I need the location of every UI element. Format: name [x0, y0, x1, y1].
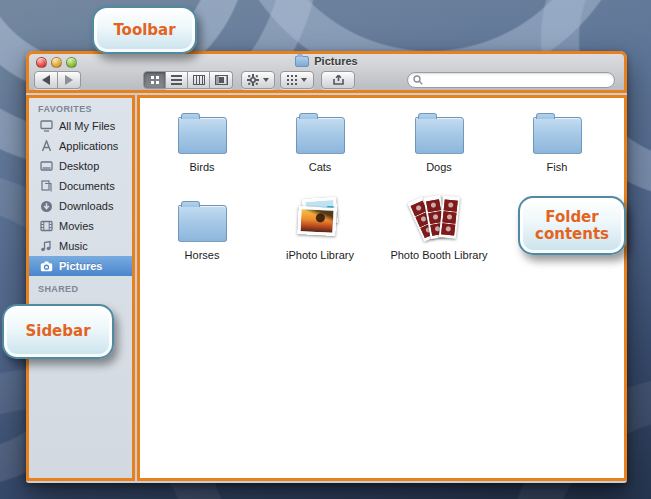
- icon-view-button[interactable]: [143, 71, 166, 89]
- sidebar-header-shared: SHARED: [29, 281, 132, 296]
- callout-toolbar-label: Toolbar: [113, 22, 175, 39]
- sidebar-item-music[interactable]: Music: [29, 236, 132, 256]
- applications-icon: [39, 140, 53, 152]
- window-title-area: Pictures: [29, 55, 624, 67]
- sidebar-header-favorites: FAVORITES: [29, 101, 132, 116]
- toolbar-region: Pictures: [26, 51, 627, 93]
- folder-icon: [178, 205, 227, 242]
- dropdown-caret-icon: [263, 78, 269, 82]
- sidebar-item-label: Desktop: [59, 160, 99, 172]
- callout-folder-contents-label: Folder contents: [534, 209, 610, 243]
- forward-button[interactable]: [58, 71, 81, 89]
- sidebar-region: FAVORITES All My Files Applications Desk…: [26, 95, 135, 481]
- action-menu-button[interactable]: [241, 71, 275, 89]
- sidebar-item-label: Movies: [59, 220, 94, 232]
- search-input[interactable]: [427, 74, 614, 86]
- folder-contents-region: Birds Cats Dogs Fish Horses: [137, 95, 627, 481]
- sidebar-item-downloads[interactable]: Downloads: [29, 196, 132, 216]
- window-title: Pictures: [314, 55, 357, 67]
- dropdown-caret-icon: [301, 78, 307, 82]
- sidebar-item-pictures[interactable]: Pictures: [29, 256, 132, 276]
- grid-item-birds[interactable]: Birds: [150, 108, 254, 174]
- sidebar-item-desktop[interactable]: Desktop: [29, 156, 132, 176]
- back-button[interactable]: [34, 71, 58, 89]
- documents-icon: [39, 180, 53, 192]
- item-label: Horses: [150, 249, 254, 262]
- list-view-button[interactable]: [166, 71, 188, 89]
- folder-icon: [178, 117, 227, 154]
- sidebar-item-label: All My Files: [59, 120, 115, 132]
- grid-item-photo-booth-library[interactable]: Photo Booth Library: [387, 196, 491, 262]
- grid-item-horses[interactable]: Horses: [150, 196, 254, 262]
- camera-icon: [39, 261, 53, 272]
- arrange-grid-icon: [287, 75, 289, 77]
- sidebar-item-documents[interactable]: Documents: [29, 176, 132, 196]
- item-label: Fish: [505, 161, 609, 174]
- proxy-folder-icon: [295, 56, 309, 67]
- callout-folder-contents: Folder contents: [518, 196, 626, 255]
- sidebar-item-label: Applications: [59, 140, 118, 152]
- item-label: Dogs: [387, 161, 491, 174]
- item-label: Birds: [150, 161, 254, 174]
- folder-icon: [533, 117, 582, 154]
- forward-icon: [65, 75, 73, 85]
- sidebar-item-applications[interactable]: Applications: [29, 136, 132, 156]
- grid-item-cats[interactable]: Cats: [268, 108, 372, 174]
- sidebar-item-label: Documents: [59, 180, 115, 192]
- item-label: iPhoto Library: [268, 249, 372, 262]
- iphoto-library-icon: [295, 198, 345, 242]
- item-label: Photo Booth Library: [387, 249, 491, 262]
- toolbar: [29, 70, 624, 92]
- coverflow-view-button[interactable]: [210, 71, 233, 89]
- downloads-icon: [39, 200, 53, 213]
- item-label: Cats: [268, 161, 372, 174]
- share-icon: [332, 74, 345, 86]
- music-icon: [39, 240, 53, 252]
- callout-sidebar: Sidebar: [2, 304, 114, 359]
- finder-window: Pictures: [26, 51, 627, 483]
- callout-sidebar-label: Sidebar: [25, 323, 90, 340]
- column-view-icon: [193, 75, 205, 85]
- coverflow-view-icon: [215, 75, 228, 85]
- all-my-files-icon: [39, 120, 53, 132]
- folder-icon: [415, 117, 464, 154]
- grid-item-iphoto-library[interactable]: iPhoto Library: [268, 196, 372, 262]
- list-view-icon: [171, 75, 182, 85]
- callout-toolbar: Toolbar: [92, 6, 197, 54]
- sidebar-item-label: Pictures: [59, 260, 102, 272]
- share-button[interactable]: [321, 71, 355, 89]
- grid-item-fish[interactable]: Fish: [505, 108, 609, 174]
- back-icon: [42, 75, 50, 85]
- gear-icon: [247, 74, 259, 86]
- folder-icon: [296, 117, 345, 154]
- sidebar-item-all-my-files[interactable]: All My Files: [29, 116, 132, 136]
- column-view-button[interactable]: [188, 71, 210, 89]
- sidebar-item-label: Music: [59, 240, 88, 252]
- icon-view-icon: [151, 76, 154, 79]
- grid-item-dogs[interactable]: Dogs: [387, 108, 491, 174]
- sidebar-item-movies[interactable]: Movies: [29, 216, 132, 236]
- desktop-icon: [39, 160, 53, 172]
- search-field[interactable]: [407, 72, 615, 88]
- arrange-menu-button[interactable]: [280, 71, 314, 89]
- sidebar-item-label: Downloads: [59, 200, 113, 212]
- movies-icon: [39, 220, 53, 232]
- titlebar[interactable]: Pictures: [29, 54, 624, 68]
- photo-booth-library-icon: [413, 196, 465, 242]
- search-icon: [413, 75, 423, 85]
- desktop-background: Pictures: [0, 0, 651, 499]
